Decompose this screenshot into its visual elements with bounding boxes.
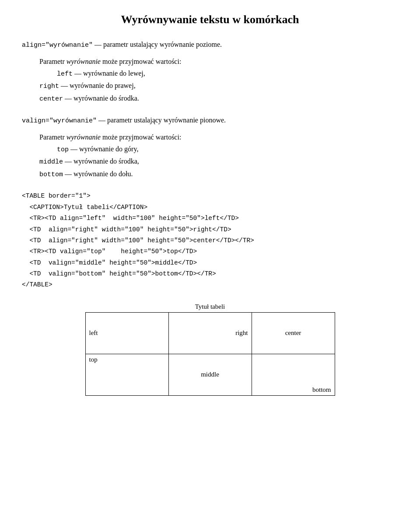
demo-caption: Tytuł tabeli: [195, 303, 225, 310]
middle-code: middle: [39, 158, 63, 166]
param-suffix: może przyjmować wartości:: [101, 58, 181, 65]
code-line-5: <TD align="right" width="100" height="50…: [22, 235, 398, 246]
code-line-8: <TD valign="bottom" height="50">bottom</…: [22, 268, 398, 279]
valign-attribute-desc: — parametr ustalający wyrównanie pionowe…: [97, 116, 226, 124]
middle-desc: — wyrównanie do środka,: [63, 157, 139, 165]
code-line-7: <TD valign="middle" height="50">middle</…: [22, 258, 398, 268]
cell-top: top: [85, 354, 168, 395]
align-section: align="wyrównanie" — parametr ustalający…: [22, 38, 398, 105]
top-code: top: [57, 146, 69, 153]
param-label: Parametr: [39, 58, 66, 65]
align-attribute-code: align="wyrównanie": [22, 42, 93, 49]
right-desc: — wyrównanie do prawej,: [59, 82, 136, 89]
param-label2: Parametr: [39, 133, 66, 141]
top-desc: — wyrównanie do góry,: [69, 145, 138, 153]
code-line-6: <TR><TD valign="top" height="50">top</TD…: [22, 246, 398, 257]
bottom-desc: — wyrównanie do dołu.: [63, 170, 133, 178]
code-line-1: <TABLE border="1">: [22, 191, 398, 202]
code-line-2: <CAPTION>Tytuł tabeli</CAPTION>: [22, 202, 398, 213]
code-line-9: </TABLE>: [22, 279, 398, 290]
center-code: center: [39, 95, 63, 103]
left-code: left: [57, 70, 73, 78]
table-row-1: left right center: [85, 312, 335, 354]
cell-middle: middle: [168, 354, 252, 395]
page-title: Wyrównywanie tekstu w komórkach: [22, 13, 398, 26]
align-attribute-desc: — parametr ustalający wyrównanie poziome…: [93, 41, 222, 48]
right-code: right: [39, 83, 59, 90]
left-desc: — wyrównanie do lewej,: [73, 70, 145, 77]
cell-bottom: bottom: [252, 354, 335, 395]
bottom-code: bottom: [39, 171, 63, 178]
cell-right: right: [168, 312, 252, 354]
cell-left: left: [85, 312, 168, 354]
param-italic: wyrównanie: [66, 58, 101, 65]
code-example: <TABLE border="1"> <CAPTION>Tytuł tabeli…: [22, 191, 398, 290]
demo-area: Tytuł tabeli left right center top middl…: [22, 303, 398, 396]
param-suffix2: może przyjmować wartości:: [101, 133, 181, 141]
code-line-4: <TD align="right" width="100" height="50…: [22, 224, 398, 235]
valign-section: valign="wyrównanie" — parametr ustalając…: [22, 114, 398, 180]
code-line-3: <TR><TD align="left" width="100" height=…: [22, 213, 398, 224]
demo-table: left right center top middle bottom: [85, 312, 335, 396]
cell-center: center: [252, 312, 335, 354]
param-italic2: wyrównanie: [66, 133, 101, 141]
valign-attribute-code: valign="wyrównanie": [22, 117, 97, 125]
table-row-2: top middle bottom: [85, 354, 335, 395]
center-desc: — wyrównanie do środka.: [63, 94, 139, 102]
